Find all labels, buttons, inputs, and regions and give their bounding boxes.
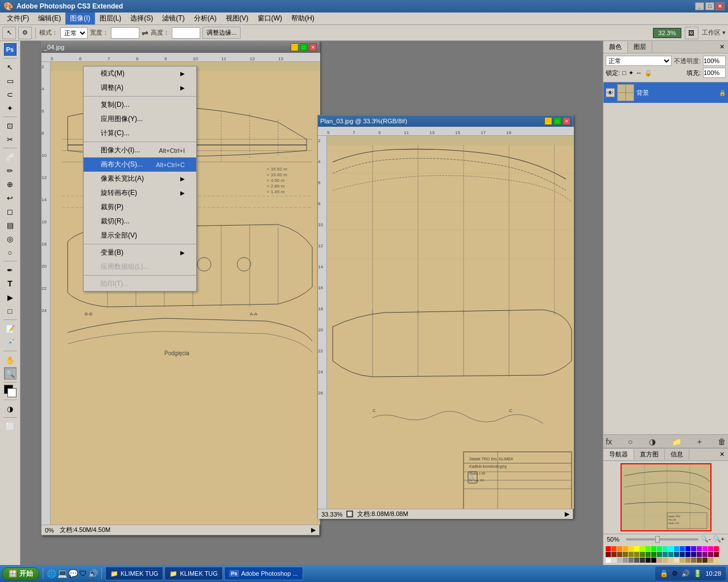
taskbar-app-klimek2[interactable]: 📁 KLIMEK TUG xyxy=(164,567,222,580)
color-swatches[interactable] xyxy=(4,385,16,397)
doc2-minimize[interactable]: _ xyxy=(544,117,552,125)
pen-tool[interactable]: ✒ xyxy=(4,264,16,276)
color-swatch-11[interactable] xyxy=(668,546,673,551)
tab-histogram[interactable]: 直方图 xyxy=(634,449,665,460)
tab-navigator[interactable]: 导航器 xyxy=(603,449,634,460)
menu-trim[interactable]: 裁切(R)... xyxy=(84,214,196,228)
color-swatch-2[interactable] xyxy=(617,546,622,551)
window-controls[interactable]: _ □ ✕ xyxy=(695,2,725,10)
nav-panel-close-btn[interactable]: ✕ xyxy=(716,450,728,459)
tool-select-btn[interactable]: ↖ xyxy=(2,27,16,39)
layer-new-btn[interactable]: + xyxy=(697,437,702,446)
quick-mask-btn[interactable]: ◑ xyxy=(4,402,16,415)
color-swatch-40[interactable] xyxy=(606,558,611,563)
color-swatch-10[interactable] xyxy=(663,546,668,551)
color-swatch-44[interactable] xyxy=(628,558,634,563)
layer-adjustment-btn[interactable]: ◑ xyxy=(649,437,656,446)
menu-analyze[interactable]: 分析(A) xyxy=(189,13,221,24)
color-swatch-6[interactable] xyxy=(640,546,645,551)
menu-variables[interactable]: 变量(B) ▶ xyxy=(84,246,196,260)
color-swatch-23[interactable] xyxy=(623,552,628,557)
doc1-titlebar[interactable]: _04.jpg _ □ ✕ xyxy=(42,41,319,53)
color-swatch-0[interactable] xyxy=(606,546,611,551)
doc2-info-toggle[interactable]: 🔲 xyxy=(346,510,354,518)
maximize-button[interactable]: □ xyxy=(705,2,714,10)
tab-info[interactable]: 信息 xyxy=(665,449,689,460)
menu-duplicate[interactable]: 复制(D)... xyxy=(84,98,196,112)
color-swatch-25[interactable] xyxy=(634,552,639,557)
height-input[interactable] xyxy=(172,27,200,39)
blur-tool[interactable]: ◎ xyxy=(4,232,16,245)
menu-file[interactable]: 文件(F) xyxy=(2,13,34,24)
gradient-tool[interactable]: ▤ xyxy=(4,219,16,231)
panel-blend-mode-select[interactable]: 正常 xyxy=(606,56,672,66)
color-swatch-4[interactable] xyxy=(628,546,634,551)
doc2-titlebar[interactable]: Plan_03.jpg @ 33.3%(RGB/8#) _ □ ✕ xyxy=(318,115,573,127)
color-swatch-17[interactable] xyxy=(702,546,708,551)
color-swatch-24[interactable] xyxy=(628,552,634,557)
color-swatch-5[interactable] xyxy=(634,546,639,551)
blend-mode-select[interactable]: 正常 xyxy=(60,27,88,39)
color-swatch-52[interactable] xyxy=(674,558,679,563)
width-input[interactable] xyxy=(111,27,139,39)
opacity-input[interactable] xyxy=(703,56,726,66)
zoom-tool[interactable]: 🔍 xyxy=(4,367,16,380)
color-swatch-30[interactable] xyxy=(663,552,668,557)
path-select-tool[interactable]: ▶ xyxy=(4,291,16,304)
notes-tool[interactable]: 📝 xyxy=(4,322,16,335)
layer-mask-btn[interactable]: ○ xyxy=(628,437,632,446)
doc1-close[interactable]: ✕ xyxy=(309,43,317,51)
dodge-tool[interactable]: ○ xyxy=(4,246,16,259)
close-button[interactable]: ✕ xyxy=(715,2,725,10)
taskbar-app-photoshop[interactable]: Ps Adobe Photoshop ... xyxy=(224,567,303,580)
shape-tool[interactable]: □ xyxy=(4,305,16,317)
eraser-tool[interactable]: ◻ xyxy=(4,205,16,218)
tray-battery-icon[interactable]: 🔋 xyxy=(693,569,702,577)
menu-window[interactable]: 窗口(W) xyxy=(253,13,287,24)
color-swatch-14[interactable] xyxy=(685,546,690,551)
color-swatch-37[interactable] xyxy=(702,552,708,557)
color-swatch-57[interactable] xyxy=(702,558,708,563)
color-swatch-49[interactable] xyxy=(657,558,662,563)
taskbar-ie-icon[interactable]: 💻 xyxy=(57,569,67,578)
history-brush[interactable]: ↩ xyxy=(4,192,16,204)
menu-select[interactable]: 选择(S) xyxy=(126,13,158,24)
color-swatch-53[interactable] xyxy=(680,558,685,563)
doc2-close[interactable]: ✕ xyxy=(562,117,570,125)
lock-image-btn[interactable]: ✦ xyxy=(628,69,634,77)
taskbar-volume-icon[interactable]: 🔊 xyxy=(88,569,98,578)
color-swatch-47[interactable] xyxy=(646,558,651,563)
color-swatch-54[interactable] xyxy=(685,558,690,563)
layer-fx-btn[interactable]: fx xyxy=(606,437,612,446)
color-swatch-55[interactable] xyxy=(691,558,696,563)
taskbar-app-klimek1[interactable]: 📁 KLIMEK TUG xyxy=(105,567,163,580)
tab-color[interactable]: 颜色 xyxy=(603,41,628,53)
color-swatch-35[interactable] xyxy=(691,552,696,557)
menu-edit[interactable]: 编辑(E) xyxy=(34,13,65,24)
color-swatch-3[interactable] xyxy=(623,546,628,551)
panel-close-btn[interactable]: ✕ xyxy=(716,42,728,52)
taskbar-antivirus-icon[interactable]: 🛡 xyxy=(79,569,87,578)
color-swatch-46[interactable] xyxy=(640,558,645,563)
color-swatch-18[interactable] xyxy=(708,546,713,551)
magic-wand-tool[interactable]: ✦ xyxy=(4,102,16,114)
color-swatch-34[interactable] xyxy=(685,552,690,557)
color-swatch-8[interactable] xyxy=(651,546,656,551)
color-swatch-22[interactable] xyxy=(617,552,622,557)
lock-transparent-btn[interactable]: □ xyxy=(622,69,626,76)
menu-crop[interactable]: 裁剪(P) xyxy=(84,200,196,214)
menu-filter[interactable]: 滤镜(T) xyxy=(158,13,189,24)
hand-tool[interactable]: ✋ xyxy=(4,354,16,366)
color-swatch-45[interactable] xyxy=(634,558,639,563)
menu-help[interactable]: 帮助(H) xyxy=(287,13,319,24)
color-swatch-51[interactable] xyxy=(668,558,673,563)
color-swatch-39[interactable] xyxy=(714,552,719,557)
color-swatch-28[interactable] xyxy=(651,552,656,557)
doc1-controls[interactable]: _ □ ✕ xyxy=(291,43,317,51)
color-swatch-19[interactable] xyxy=(714,546,719,551)
menu-layer[interactable]: 图层(L) xyxy=(95,13,126,24)
stamp-tool[interactable]: ⊕ xyxy=(4,178,16,190)
color-swatch-58[interactable] xyxy=(708,558,713,563)
fill-input[interactable] xyxy=(703,68,726,78)
screen-mode-btn[interactable]: ⬜ xyxy=(4,420,16,433)
